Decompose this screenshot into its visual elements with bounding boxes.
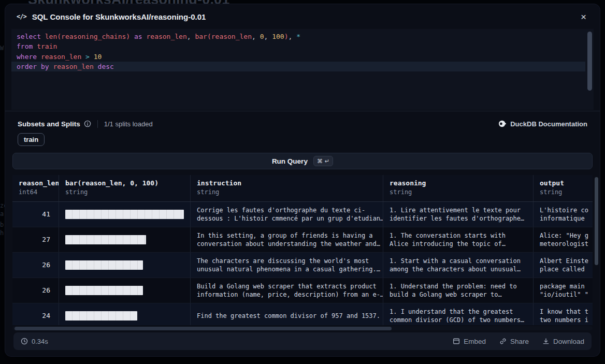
- background-text-fragment: W: [0, 45, 4, 52]
- column-header-output: outputstring: [534, 175, 593, 201]
- column-type: int64: [19, 188, 52, 196]
- background-text-fragment: b: [0, 221, 4, 228]
- cell-output: Alice: "Hey g meteorologist: [534, 227, 593, 252]
- embed-button[interactable]: Embed: [453, 338, 486, 345]
- table-vertical-scrollbar[interactable]: [595, 177, 598, 265]
- column-type: string: [65, 188, 184, 196]
- enter-key-icon: ↵: [325, 157, 329, 165]
- column-name: instruction: [197, 179, 377, 187]
- column-header-instruction: instructionstring: [191, 175, 383, 201]
- share-label: Share: [510, 338, 529, 345]
- cell-instruction: In this setting, a group of friends is h…: [191, 227, 383, 252]
- cell-bar: [59, 202, 191, 227]
- cell-instruction: Find the greatest common divisor of 957 …: [191, 303, 383, 325]
- cell-reasoning: 1. Start with a casual conversation amon…: [383, 253, 534, 278]
- cell-output: package main "io/ioutil" ": [534, 278, 593, 303]
- table-horizontal-scrollbar[interactable]: [15, 327, 392, 330]
- duckdb-documentation-link[interactable]: DuckDB Documentation: [498, 120, 587, 128]
- share-button[interactable]: Share: [499, 338, 529, 345]
- download-button[interactable]: Download: [542, 338, 584, 345]
- embed-icon: [453, 338, 460, 345]
- code-icon: </>: [17, 13, 26, 20]
- table-row: 26Build a Golang web scraper that extrac…: [12, 278, 593, 303]
- share-link-icon: [499, 338, 507, 345]
- column-type: string: [197, 188, 377, 196]
- cmd-key-icon: ⌘: [317, 157, 323, 165]
- cell-reasoning: 1. Understand the problem: need to build…: [383, 278, 534, 303]
- footer-bar: 0.34s Embed Share: [13, 332, 592, 350]
- results-table: reason_lenint64bar(reason_len, 0, 100)st…: [12, 175, 593, 325]
- cell-reason-len: 26: [12, 253, 59, 278]
- cell-reasoning: 1. The conversation starts with Alice in…: [383, 227, 534, 252]
- column-header-reason-len: reason_lenint64: [12, 175, 59, 201]
- editor-scrollbar[interactable]: [587, 32, 592, 91]
- bar-glyph: [65, 210, 184, 219]
- table-row: 27In this setting, a group of friends is…: [12, 227, 593, 253]
- clock-icon: [21, 338, 28, 345]
- run-query-button[interactable]: Run Query ⌘ ↵: [12, 153, 593, 169]
- subsets-section: Subsets and Splits 1/1 splits loaded Duc…: [18, 119, 587, 129]
- split-pill-train[interactable]: train: [18, 133, 45, 146]
- background-text-fragment: a: [0, 210, 4, 217]
- modal-title: SQL Console for SkunkworksAI/reasoning-0…: [32, 12, 206, 21]
- column-name: reasoning: [390, 179, 527, 187]
- divider: [5, 111, 600, 111]
- vertical-separator: [97, 120, 98, 128]
- cell-bar: [59, 303, 191, 325]
- column-type: string: [540, 188, 586, 196]
- table-body: 41Corrige les fautes d'orthographe du te…: [12, 202, 593, 325]
- download-label: Download: [553, 338, 584, 345]
- embed-label: Embed: [464, 338, 486, 345]
- query-duration-value: 0.34s: [32, 338, 48, 345]
- splits-loaded-status: 1/1 splits loaded: [104, 120, 153, 128]
- sql-console-modal: </> SQL Console for SkunkworksAI/reasoni…: [5, 4, 600, 356]
- column-header-bar-reason-len-0-100-: bar(reason_len, 0, 100)string: [59, 175, 191, 201]
- modal-header: </> SQL Console for SkunkworksAI/reasoni…: [5, 4, 600, 29]
- column-name: reason_len: [19, 179, 52, 187]
- bar-glyph: [65, 235, 146, 244]
- run-query-label: Run Query: [272, 157, 308, 165]
- cell-bar: [59, 253, 191, 278]
- table-row: 26The characters are discussing the worl…: [12, 253, 593, 278]
- cell-reasoning: 1. I understand that the greatest common…: [383, 303, 534, 325]
- duckdb-logo-icon: [498, 120, 507, 128]
- sql-code: select len(reasoning_chains) as reason_l…: [11, 32, 594, 71]
- download-icon: [542, 338, 550, 345]
- bar-glyph: [65, 286, 143, 295]
- bar-glyph: [65, 260, 143, 270]
- info-icon[interactable]: [84, 120, 91, 127]
- sql-line-active: order by reason_len desc: [11, 62, 585, 71]
- table-header-row: reason_lenint64bar(reason_len, 0, 100)st…: [12, 175, 593, 202]
- cell-output: I know that t two numbers i: [534, 303, 593, 325]
- cell-bar: [59, 227, 191, 252]
- cell-instruction: The characters are discussing the world'…: [191, 253, 383, 278]
- sql-line: select len(reasoning_chains) as reason_l…: [11, 32, 594, 41]
- background-text-fragment: h: [0, 229, 4, 237]
- subsets-title: Subsets and Splits: [18, 120, 80, 128]
- cell-reason-len: 26: [12, 278, 59, 303]
- table-horizontal-scrollbar-track: [12, 326, 593, 330]
- column-header-reasoning: reasoningstring: [383, 175, 534, 201]
- cell-bar: [59, 278, 191, 303]
- cell-output: Albert Einste place called: [534, 253, 593, 278]
- cell-output: L'histoire co informatique: [534, 202, 593, 227]
- cell-reason-len: 27: [12, 227, 59, 252]
- footer-actions: Embed Share Download: [453, 338, 584, 345]
- cell-instruction: Build a Golang web scraper that extracts…: [191, 278, 383, 303]
- cell-reasoning: 1. Lire attentivement le texte pour iden…: [383, 202, 534, 227]
- sql-editor[interactable]: select len(reasoning_chains) as reason_l…: [11, 29, 594, 110]
- cell-reason-len: 24: [12, 303, 59, 325]
- column-name: bar(reason_len, 0, 100): [65, 179, 184, 187]
- cell-instruction: Corrige les fautes d'orthographe du text…: [191, 202, 383, 227]
- cell-reason-len: 41: [12, 202, 59, 227]
- splits-row: train: [18, 133, 587, 146]
- close-icon[interactable]: ×: [579, 11, 588, 23]
- duckdb-documentation-label: DuckDB Documentation: [510, 120, 587, 128]
- sql-line: where reason_len > 10: [11, 52, 594, 62]
- sql-line: from train: [11, 41, 594, 51]
- table-row: 24Find the greatest common divisor of 95…: [12, 303, 593, 325]
- query-duration: 0.34s: [21, 338, 48, 345]
- column-type: string: [390, 188, 527, 196]
- bar-glyph: [65, 311, 137, 321]
- keyboard-shortcut-badge: ⌘ ↵: [313, 156, 333, 166]
